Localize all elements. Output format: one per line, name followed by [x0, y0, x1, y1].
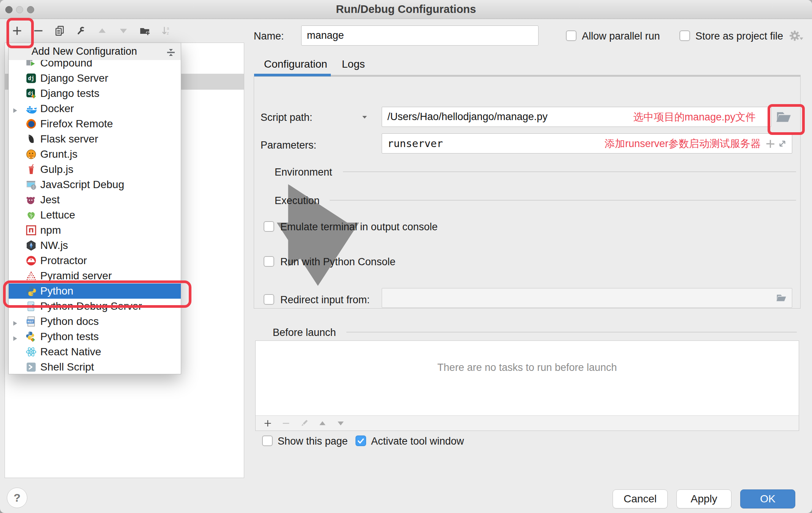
popup-item-nw-js[interactable]: NW.js: [9, 238, 181, 253]
allow-parallel-run-label: Allow parallel run: [582, 30, 660, 42]
script-path-annotation: 选中项目的manage.py文件: [633, 110, 756, 124]
popup-item-python[interactable]: Python: [9, 283, 181, 299]
expand-field-icon[interactable]: [777, 138, 788, 149]
browse-folder-button[interactable]: [774, 108, 793, 126]
chevron-right-icon[interactable]: [11, 318, 19, 325]
move-down-button[interactable]: [115, 23, 131, 39]
allow-parallel-run-checkbox[interactable]: [566, 30, 577, 41]
ok-button[interactable]: OK: [740, 489, 795, 508]
activate-tool-window-label: Activate tool window: [371, 435, 464, 447]
environment-section-label: Environment: [275, 166, 332, 178]
django-server-icon: dj: [25, 73, 37, 84]
add-task-button[interactable]: [262, 418, 273, 429]
create-folder-button[interactable]: [137, 23, 153, 39]
add-configuration-button[interactable]: [9, 23, 25, 39]
title-bar: Run/Debug Configurations: [0, 0, 812, 19]
tab-configuration[interactable]: Configuration: [264, 58, 327, 70]
script-path-input[interactable]: /Users/Hao/hellodjango/manage.py 选中项目的ma…: [382, 107, 771, 127]
python-docs-icon: RST: [25, 316, 37, 327]
parameters-annotation: 添加runserver参数启动测试服务器: [605, 137, 761, 150]
popup-item-label: Python Debug Server: [40, 300, 142, 312]
popup-item-python-docs[interactable]: RSTPython docs: [9, 314, 181, 329]
popup-item-label: Lettuce: [40, 209, 75, 221]
tab-logs[interactable]: Logs: [342, 58, 365, 70]
configuration-type-list: CompounddjDjango ServerdjDjango testsDoc…: [9, 60, 181, 374]
script-path-dropdown-icon[interactable]: [361, 114, 368, 120]
popup-item-label: Python: [40, 285, 73, 297]
popup-item-gulp-js[interactable]: Gulp.js: [9, 162, 181, 177]
help-button[interactable]: ?: [7, 488, 27, 508]
emulate-terminal-label: Emulate terminal in output console: [280, 221, 438, 233]
popup-item-jest[interactable]: Jest: [9, 192, 181, 207]
edit-templates-button[interactable]: [73, 23, 89, 39]
copy-configuration-button[interactable]: [52, 23, 68, 39]
ok-label: OK: [760, 493, 775, 505]
python-icon: [25, 285, 37, 297]
redirect-input-field[interactable]: [382, 288, 792, 308]
store-as-project-file-checkbox[interactable]: [679, 30, 690, 41]
svg-text:a: a: [167, 26, 169, 30]
python-debug-icon: [25, 301, 37, 312]
parameters-label: Parameters:: [261, 139, 316, 151]
compound-icon: [25, 60, 37, 69]
collapse-filter-icon[interactable]: [166, 46, 176, 57]
cancel-button[interactable]: Cancel: [613, 489, 668, 508]
popup-item-label: Python tests: [40, 331, 99, 343]
add-new-configuration-popup: Add New Configuration CompounddjDjango S…: [8, 43, 181, 374]
before-launch-tasks-panel: [255, 340, 799, 431]
popup-item-grunt-js[interactable]: Grunt.js: [9, 147, 181, 162]
popup-item-label: Docker: [40, 103, 74, 115]
popup-item-firefox-remote[interactable]: Firefox Remote: [9, 116, 181, 131]
popup-item-react-native[interactable]: React Native: [9, 344, 181, 359]
popup-item-docker[interactable]: Docker: [9, 101, 181, 116]
popup-item-npm[interactable]: npm: [9, 223, 181, 238]
remove-configuration-button[interactable]: [30, 23, 46, 39]
redirect-folder-icon[interactable]: [775, 292, 787, 304]
task-down-button[interactable]: [335, 418, 346, 429]
popup-item-shell-script[interactable]: Shell Script: [9, 359, 181, 374]
popup-item-label: Flask server: [40, 133, 98, 145]
popup-item-django-tests[interactable]: djDjango tests: [9, 86, 181, 101]
grunt-icon: [25, 149, 37, 160]
popup-item-django-server[interactable]: djDjango Server: [9, 71, 181, 86]
popup-item-javascript-debug[interactable]: JavaScript Debug: [9, 177, 181, 192]
popup-item-label: Jest: [40, 194, 60, 206]
popup-item-label: Grunt.js: [40, 148, 77, 160]
popup-item-label: React Native: [40, 346, 101, 358]
popup-item-pyramid-server[interactable]: Pyramid server: [9, 268, 181, 283]
environment-divider: [343, 171, 796, 172]
apply-label: Apply: [690, 493, 717, 505]
apply-button[interactable]: Apply: [676, 489, 731, 508]
parameters-input[interactable]: runserver 添加runserver参数启动测试服务器: [382, 133, 792, 154]
emulate-terminal-checkbox[interactable]: [264, 221, 274, 232]
shell-icon: [25, 361, 37, 373]
popup-item-python-tests[interactable]: Python tests: [9, 329, 181, 344]
popup-item-compound[interactable]: Compound: [9, 60, 181, 71]
gear-icon[interactable]: [788, 29, 804, 43]
redirect-input-checkbox[interactable]: [264, 294, 274, 305]
activate-tool-window-checkbox[interactable]: [355, 435, 366, 446]
svg-text:RST: RST: [27, 320, 33, 323]
execution-divider: [330, 200, 796, 201]
task-up-button[interactable]: [317, 418, 328, 429]
firefox-icon: [25, 118, 37, 130]
execution-section-label: Execution: [275, 195, 320, 207]
protractor-icon: [25, 255, 37, 266]
sort-configurations-button[interactable]: az: [158, 23, 174, 39]
popup-item-flask-server[interactable]: Flask server: [9, 131, 181, 147]
popup-item-lettuce[interactable]: Lettuce: [9, 207, 181, 223]
popup-item-protractor[interactable]: Protractor: [9, 253, 181, 268]
docker-icon: [25, 103, 37, 114]
remove-task-button[interactable]: [281, 418, 291, 429]
chevron-right-icon[interactable]: [11, 105, 19, 112]
name-input[interactable]: [301, 25, 539, 46]
chevron-right-icon[interactable]: [11, 333, 19, 340]
edit-task-button[interactable]: [299, 418, 310, 429]
macros-plus-icon[interactable]: [764, 137, 777, 150]
show-this-page-checkbox[interactable]: [262, 435, 273, 446]
help-label: ?: [14, 491, 21, 504]
python-console-checkbox[interactable]: [264, 256, 274, 267]
popup-item-label: Django tests: [40, 87, 100, 100]
popup-item-python-debug-server[interactable]: Python Debug Server: [9, 299, 181, 314]
move-up-button[interactable]: [94, 23, 110, 39]
